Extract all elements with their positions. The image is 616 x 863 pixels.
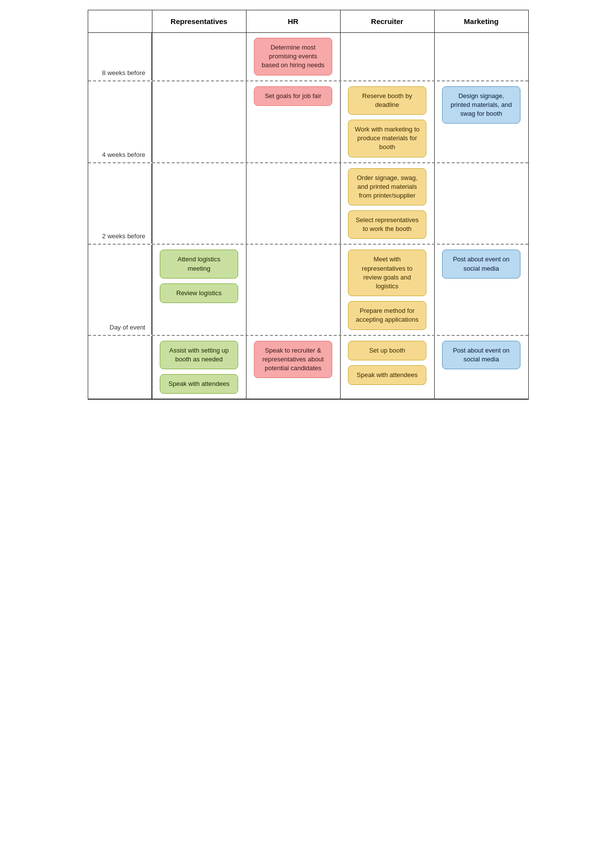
time-label: 8 weeks before xyxy=(88,33,152,80)
swim-cell: Assist with setting up booth as neededSp… xyxy=(152,336,246,399)
swim-cell: Attend logistics meetingReview logistics xyxy=(152,245,246,334)
swim-cell: Reserve booth by deadlineWork with marke… xyxy=(340,81,434,162)
task-card: Order signage, swag, and printed materia… xyxy=(348,168,426,206)
col-header-marketing: Marketing xyxy=(434,10,528,32)
task-card: Review logistics xyxy=(160,283,238,303)
swim-cell xyxy=(246,163,340,244)
task-card: Assist with setting up booth as needed xyxy=(160,341,238,369)
task-card: Post about event on social media xyxy=(442,250,520,278)
task-card: Determine most promising events based on… xyxy=(254,38,332,76)
time-label xyxy=(88,336,152,399)
table-row: 4 weeks beforeSet goals for job fairRese… xyxy=(88,81,528,163)
task-card: Prepare method for accepting application… xyxy=(348,301,426,330)
table-row: Assist with setting up booth as neededSp… xyxy=(88,336,528,400)
swim-cell xyxy=(152,163,246,244)
swim-cell: Determine most promising events based on… xyxy=(246,33,340,80)
task-card: Work with marketing to produce materials… xyxy=(348,120,426,157)
table-row: Day of eventAttend logistics meetingRevi… xyxy=(88,245,528,335)
task-card: Set goals for job fair xyxy=(254,86,332,106)
swim-cell: Design signage, printed materials, and s… xyxy=(434,81,528,162)
swim-cell xyxy=(152,81,246,162)
task-card: Reserve booth by deadline xyxy=(348,86,426,115)
task-card: Set up booth xyxy=(348,341,426,360)
swim-cell: Speak to recruiter & representatives abo… xyxy=(246,336,340,399)
col-header-recruiter: Recruiter xyxy=(340,10,434,32)
swim-cell: Set up boothSpeak with attendees xyxy=(340,336,434,399)
task-card: Speak with attendees xyxy=(160,374,238,394)
time-label: Day of event xyxy=(88,245,152,334)
col-header-hr: HR xyxy=(246,10,340,32)
col-header-representatives: Representatives xyxy=(152,10,246,32)
swim-cell: Post about event on social media xyxy=(434,336,528,399)
task-card: Speak with attendees xyxy=(348,365,426,385)
swim-lane-table: Representatives HR Recruiter Marketing 8… xyxy=(88,10,529,400)
swim-cell xyxy=(152,33,246,80)
time-column-header xyxy=(88,10,152,32)
swim-cell xyxy=(246,245,340,334)
task-card: Design signage, printed materials, and s… xyxy=(442,86,520,124)
swim-cell xyxy=(340,33,434,80)
table-row: 2 weeks beforeOrder signage, swag, and p… xyxy=(88,163,528,245)
table-row: 8 weeks beforeDetermine most promising e… xyxy=(88,33,528,81)
swim-cell: Set goals for job fair xyxy=(246,81,340,162)
swim-cell: Post about event on social media xyxy=(434,245,528,334)
time-label: 4 weeks before xyxy=(88,81,152,162)
swim-cell: Meet with representatives to review goal… xyxy=(340,245,434,334)
swim-cell xyxy=(434,163,528,244)
table-body: 8 weeks beforeDetermine most promising e… xyxy=(88,33,528,399)
task-card: Attend logistics meeting xyxy=(160,250,238,278)
table-header: Representatives HR Recruiter Marketing xyxy=(88,10,528,33)
task-card: Select representatives to work the booth xyxy=(348,210,426,239)
swim-cell xyxy=(434,33,528,80)
task-card: Meet with representatives to review goal… xyxy=(348,250,426,296)
task-card: Post about event on social media xyxy=(442,341,520,369)
time-label: 2 weeks before xyxy=(88,163,152,244)
swim-cell: Order signage, swag, and printed materia… xyxy=(340,163,434,244)
task-card: Speak to recruiter & representatives abo… xyxy=(254,341,332,379)
